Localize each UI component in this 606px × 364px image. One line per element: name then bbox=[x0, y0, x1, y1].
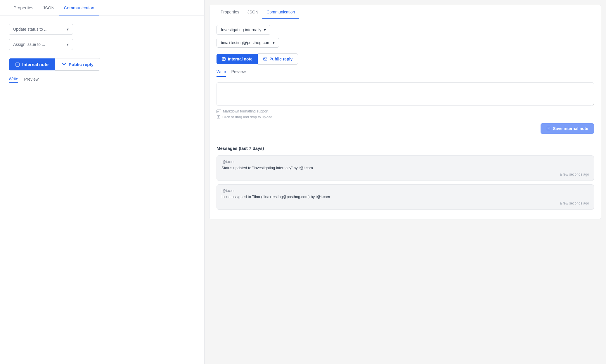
svg-rect-4 bbox=[222, 58, 226, 61]
right-public-reply-button[interactable]: Public reply bbox=[258, 53, 298, 65]
right-card: Properties JSON Communication Investigat… bbox=[209, 5, 601, 219]
messages-title: Messages (last 7 days) bbox=[217, 146, 594, 151]
save-note-icon bbox=[546, 126, 550, 131]
right-preview-tab[interactable]: Preview bbox=[231, 69, 246, 77]
right-tabs-header: Properties JSON Communication bbox=[209, 5, 601, 19]
assign-issue-label: Assign issue to ... bbox=[13, 42, 45, 47]
right-panel: Properties JSON Communication Investigat… bbox=[205, 0, 606, 364]
preview-tab-left[interactable]: Preview bbox=[24, 77, 39, 83]
left-tabs-header: Properties JSON Communication bbox=[0, 0, 204, 15]
right-mail-icon bbox=[263, 57, 267, 61]
messages-section: Messages (last 7 days) t@t.com Status up… bbox=[209, 140, 601, 219]
write-tab-left[interactable]: Write bbox=[9, 77, 18, 83]
right-internal-note-button[interactable]: Internal note bbox=[217, 54, 258, 64]
email-dropdown[interactable]: tiina+testing@posthog.com bbox=[217, 38, 279, 48]
right-write-preview-tabs: Write Preview bbox=[217, 69, 594, 77]
markdown-support: M↓ Markdown formatting support bbox=[217, 109, 594, 113]
note-reply-buttons: Internal note Public reply bbox=[9, 58, 195, 71]
assign-issue-chevron-icon bbox=[67, 42, 69, 47]
email-dropdown-label: tiina+testing@posthog.com bbox=[221, 40, 270, 45]
assign-issue-dropdown[interactable]: Assign issue to ... bbox=[9, 39, 73, 50]
svg-rect-10 bbox=[547, 127, 550, 130]
right-content: Investigating internally tiina+testing@p… bbox=[209, 19, 601, 140]
save-btn-row: Save internal note bbox=[217, 123, 594, 134]
note-icon bbox=[15, 62, 20, 67]
public-reply-button[interactable]: Public reply bbox=[55, 58, 100, 71]
mail-icon bbox=[62, 62, 66, 67]
message-sender-1: t@t.com bbox=[221, 160, 589, 164]
tab-properties-right[interactable]: Properties bbox=[217, 5, 243, 19]
tab-communication-left[interactable]: Communication bbox=[59, 0, 99, 15]
upload-label: Click or drag and drop to upload bbox=[222, 115, 272, 119]
update-status-label: Update status to ... bbox=[13, 27, 48, 32]
save-internal-note-button[interactable]: Save internal note bbox=[541, 123, 594, 134]
public-reply-label: Public reply bbox=[69, 62, 94, 67]
email-chevron-icon bbox=[273, 40, 275, 45]
tab-json-right[interactable]: JSON bbox=[243, 5, 262, 19]
status-dropdown-label: Investigating internally bbox=[221, 27, 262, 32]
markdown-label: Markdown formatting support bbox=[223, 109, 268, 113]
tab-json-left[interactable]: JSON bbox=[38, 0, 59, 15]
upload-area[interactable]: Click or drag and drop to upload bbox=[217, 115, 594, 119]
left-panel: Properties JSON Communication Update sta… bbox=[0, 0, 205, 364]
message-card-2: t@t.com Issue assigned to Tiina (tiina+t… bbox=[217, 184, 594, 210]
left-content: Update status to ... Assign issue to ...… bbox=[0, 15, 204, 91]
save-btn-label: Save internal note bbox=[553, 126, 588, 131]
update-status-chevron-icon bbox=[67, 27, 69, 32]
write-preview-tabs-left: Write Preview bbox=[9, 77, 195, 83]
upload-icon bbox=[217, 115, 221, 119]
message-card-1: t@t.com Status updated to "Investigating… bbox=[217, 155, 594, 181]
status-dropdown[interactable]: Investigating internally bbox=[217, 25, 270, 35]
svg-rect-0 bbox=[16, 63, 19, 66]
internal-note-button[interactable]: Internal note bbox=[9, 58, 55, 70]
markdown-icon: M↓ bbox=[217, 110, 221, 113]
note-textarea[interactable] bbox=[217, 82, 594, 106]
right-note-reply-buttons: Internal note Public reply bbox=[217, 53, 594, 65]
right-internal-note-label: Internal note bbox=[228, 57, 252, 61]
right-write-tab[interactable]: Write bbox=[217, 69, 226, 77]
update-status-dropdown[interactable]: Update status to ... bbox=[9, 24, 73, 35]
tab-properties-left[interactable]: Properties bbox=[9, 0, 38, 15]
right-note-icon bbox=[222, 57, 226, 61]
message-body-2: Issue assigned to Tiina (tiina+testing@p… bbox=[221, 195, 589, 199]
message-body-1: Status updated to "Investigating interna… bbox=[221, 166, 589, 170]
tab-communication-right[interactable]: Communication bbox=[262, 5, 299, 19]
message-sender-2: t@t.com bbox=[221, 189, 589, 193]
internal-note-label: Internal note bbox=[22, 62, 49, 67]
message-time-1: a few seconds ago bbox=[221, 172, 589, 176]
right-public-reply-label: Public reply bbox=[269, 57, 292, 61]
message-time-2: a few seconds ago bbox=[221, 201, 589, 205]
status-chevron-icon bbox=[264, 27, 266, 32]
